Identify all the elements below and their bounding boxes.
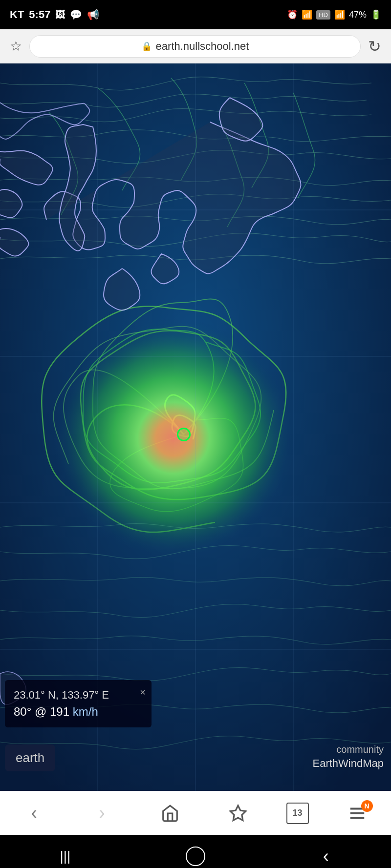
browser-tabs-btn[interactable]: 13 xyxy=(286,803,309,824)
battery-icon: 🔋 xyxy=(370,9,381,20)
alarm-icon: ⏰ xyxy=(287,9,298,20)
coordinate-text: 23.01° N, 133.97° E xyxy=(14,687,143,703)
earth-button[interactable]: earth xyxy=(5,744,55,771)
tab-count: 13 xyxy=(292,808,302,818)
browser-favorite-btn[interactable]: ☆ xyxy=(10,38,22,54)
coordinate-overlay: × 23.01° N, 133.97° E 80° @ 191 km/h xyxy=(5,680,152,727)
wind-direction-speed: 80° @ 191 xyxy=(14,705,69,718)
speaker-icon: 📢 xyxy=(87,9,99,21)
browser-menu-btn[interactable]: N xyxy=(338,796,377,830)
reload-button[interactable]: ↻ xyxy=(368,37,381,56)
browser-back-btn[interactable]: ‹ xyxy=(15,796,54,830)
overlay-close-btn[interactable]: × xyxy=(140,685,146,700)
battery-label: 47% xyxy=(349,10,367,20)
signal-icon: 📶 xyxy=(334,9,345,20)
android-back-btn[interactable]: ‹ xyxy=(311,842,341,868)
earth-button-label: earth xyxy=(16,750,44,765)
browser-home-btn[interactable] xyxy=(151,796,190,830)
lock-icon: 🔒 xyxy=(141,41,152,52)
community-label: community EarthWindMap xyxy=(312,743,384,771)
talk-icon: 💬 xyxy=(70,9,82,21)
typhoon-marker xyxy=(177,428,191,441)
wind-info: 80° @ 191 km/h xyxy=(14,703,143,721)
notification-badge: N xyxy=(361,800,373,812)
browser-bookmark-btn[interactable] xyxy=(218,796,258,830)
wifi-icon: 📶 xyxy=(302,9,312,20)
svg-marker-9 xyxy=(230,806,246,820)
bottom-nav-bar: ‹ › 13 N xyxy=(0,791,391,835)
hd-badge: HD xyxy=(316,10,330,20)
url-bar[interactable]: 🔒 earth.nullschool.net xyxy=(29,35,361,58)
android-nav-bar: ||| ‹ xyxy=(0,835,391,868)
community-title-text: community xyxy=(312,743,384,756)
time-label: 5:57 xyxy=(29,8,50,21)
status-left: KT 5:57 🖼 💬 📢 xyxy=(10,8,99,21)
home-circle-icon xyxy=(186,847,205,866)
wind-unit: km/h xyxy=(73,705,98,718)
community-name-text: EarthWindMap xyxy=(312,756,384,771)
status-bar: KT 5:57 🖼 💬 📢 ⏰ 📶 HD 📶 47% 🔋 xyxy=(0,0,391,29)
browser-forward-btn[interactable]: › xyxy=(83,796,122,830)
android-home-btn[interactable] xyxy=(181,842,210,868)
back-chevron-icon: ‹ xyxy=(323,846,329,867)
photo-icon: 🖼 xyxy=(55,9,65,21)
android-recent-btn[interactable]: ||| xyxy=(50,842,80,868)
carrier-label: KT xyxy=(10,8,24,21)
browser-bar: ☆ 🔒 earth.nullschool.net ↻ xyxy=(0,29,391,63)
recent-icon: ||| xyxy=(60,848,70,864)
map-container[interactable]: × 23.01° N, 133.97° E 80° @ 191 km/h ear… xyxy=(0,63,391,791)
status-icons: ⏰ 📶 HD 📶 47% 🔋 xyxy=(287,9,381,20)
url-text: earth.nullschool.net xyxy=(156,40,249,53)
